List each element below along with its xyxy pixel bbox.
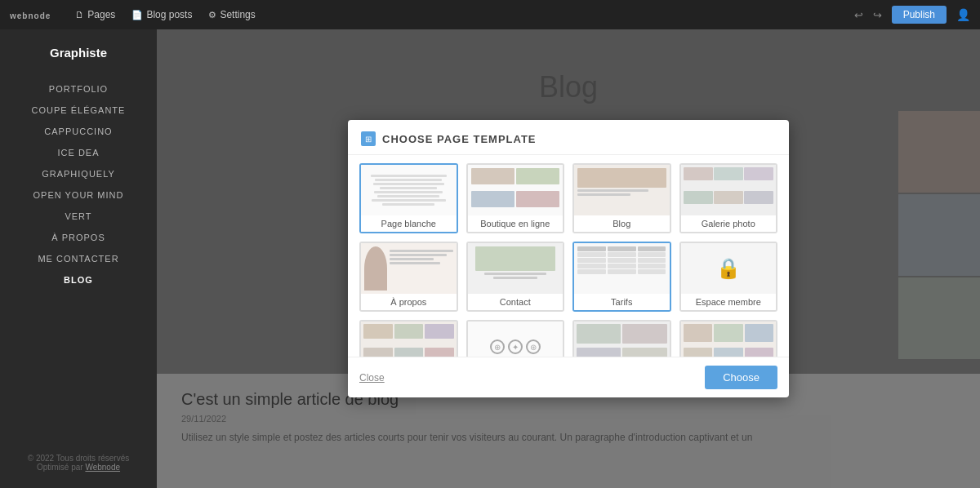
sidebar-item-ice[interactable]: ICE DEA <box>57 148 99 157</box>
template-contact[interactable]: Contact <box>466 242 565 312</box>
user-icon[interactable]: 👤 <box>956 8 970 21</box>
sidebar-item-cappuccino[interactable]: CAPPUCCINO <box>44 126 112 136</box>
service-icon-2: ✦ <box>508 339 523 354</box>
blog-icon: 📄 <box>131 10 143 20</box>
footer-copyright: © 2022 Tous droits réservés <box>28 454 129 463</box>
sidebar-item-open[interactable]: OPEN YOUR MIND <box>33 190 124 200</box>
nav-blog-label: Blog posts <box>146 9 192 20</box>
modal-title: CHOOSE PAGE TEMPLATE <box>382 133 537 145</box>
thumb-tarifs <box>574 243 670 294</box>
template-member-label: Espace membre <box>681 294 777 310</box>
sidebar-item-blog[interactable]: BLOG <box>64 275 93 285</box>
logo: webnode <box>10 8 51 21</box>
choose-button[interactable]: Choose <box>705 366 777 389</box>
thumb-about <box>361 243 457 294</box>
template-tarifs-label: Tarifs <box>574 294 670 310</box>
template-services[interactable]: ⊕ ✦ ⊛ Services <box>466 320 565 357</box>
top-nav: webnode 🗋 Pages 📄 Blog posts ⚙ Settings … <box>0 0 980 29</box>
thumb-gallery <box>681 165 777 215</box>
template-contact-label: Contact <box>468 294 564 310</box>
thumb-services: ⊕ ✦ ⊛ <box>468 322 564 357</box>
modal-header: ⊞ CHOOSE PAGE TEMPLATE <box>348 120 789 155</box>
nav-right: ↩ ↪ Publish 👤 <box>854 6 970 24</box>
template-store[interactable]: Boutique en ligne <box>466 163 565 233</box>
template-three-col[interactable]: Three columns <box>679 320 778 357</box>
template-blog[interactable]: Blog <box>572 163 671 233</box>
nav-pages-label: Pages <box>87 9 115 20</box>
thumb-blog <box>574 165 670 215</box>
nav-settings[interactable]: ⚙ Settings <box>208 9 255 20</box>
undo-icon[interactable]: ↩ <box>854 9 863 21</box>
thumb-portfolio <box>361 322 457 357</box>
thumb-store <box>468 165 564 215</box>
publish-button[interactable]: Publish <box>892 6 947 24</box>
template-modal: ⊞ CHOOSE PAGE TEMPLATE <box>348 120 789 397</box>
lock-icon: 🔒 <box>716 257 741 280</box>
modal-icon: ⊞ <box>361 131 376 146</box>
sidebar-footer: © 2022 Tous droits réservés Optimisé par… <box>28 454 129 480</box>
thumb-blank <box>361 165 457 215</box>
template-grid: Page blanche <box>359 163 777 357</box>
template-two-col[interactable]: Two columns <box>572 320 671 357</box>
thumb-contact <box>468 243 564 294</box>
template-gallery[interactable]: Galerie photo <box>679 163 778 233</box>
template-gallery-label: Galerie photo <box>681 215 777 232</box>
thumb-three-col <box>681 322 777 357</box>
logo-text: webnode <box>10 11 51 20</box>
modal-overlay: ⊞ CHOOSE PAGE TEMPLATE <box>157 29 980 488</box>
nav-blog[interactable]: 📄 Blog posts <box>131 9 192 20</box>
template-blank[interactable]: Page blanche <box>359 163 458 233</box>
sidebar-item-graphiquely[interactable]: GRAPHIQUELY <box>42 169 115 179</box>
thumb-member: 🔒 <box>681 243 777 294</box>
template-about-label: À propos <box>361 294 457 310</box>
close-button[interactable]: Close <box>359 372 385 384</box>
template-store-label: Boutique en ligne <box>468 215 564 232</box>
redo-icon[interactable]: ↪ <box>873 9 882 21</box>
template-member[interactable]: 🔒 Espace membre <box>679 242 778 312</box>
content-area: Blog C'est un simple article de blog 29/… <box>157 29 980 488</box>
template-blog-label: Blog <box>574 215 670 232</box>
settings-icon: ⚙ <box>208 10 216 20</box>
webnode-link[interactable]: Webnode <box>85 463 120 472</box>
sidebar-item-portfolio[interactable]: PORTFOLIO <box>49 84 108 94</box>
thumb-two-col <box>574 322 670 357</box>
template-portfolio[interactable]: Portfolio <box>359 320 458 357</box>
template-about[interactable]: À propos <box>359 242 458 312</box>
sidebar-item-coupe[interactable]: COUPE ÉLÉGANTE <box>32 105 126 115</box>
modal-body[interactable]: Page blanche <box>348 155 789 357</box>
sidebar-item-contact[interactable]: ME CONTACTER <box>38 254 118 264</box>
modal-footer: Close Choose <box>348 357 789 397</box>
sidebar-menu: PORTFOLIO COUPE ÉLÉGANTE CAPPUCCINO ICE … <box>0 84 157 454</box>
sidebar-item-vert[interactable]: VERT <box>65 211 91 221</box>
pages-icon: 🗋 <box>75 10 84 20</box>
nav-pages[interactable]: 🗋 Pages <box>75 9 115 20</box>
main-layout: Graphiste PORTFOLIO COUPE ÉLÉGANTE CAPPU… <box>0 29 980 488</box>
nav-settings-label: Settings <box>220 9 255 20</box>
service-icon-3: ⊛ <box>526 339 541 354</box>
service-icon-1: ⊕ <box>490 339 505 354</box>
template-tarifs[interactable]: Tarifs <box>572 242 671 312</box>
sidebar: Graphiste PORTFOLIO COUPE ÉLÉGANTE CAPPU… <box>0 29 157 488</box>
footer-optimise: Optimisé par Webnode <box>28 463 129 472</box>
sidebar-item-apropos[interactable]: À PROPOS <box>51 233 105 242</box>
template-blank-label: Page blanche <box>361 215 457 232</box>
site-name: Graphiste <box>50 46 107 60</box>
